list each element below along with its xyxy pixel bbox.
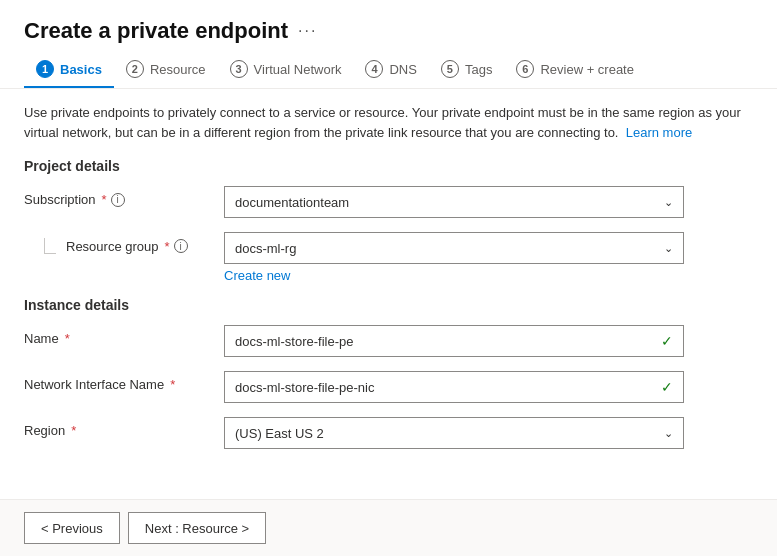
tab-bar: 1 Basics 2 Resource 3 Virtual Network 4 … bbox=[0, 52, 777, 89]
header-ellipsis: ··· bbox=[298, 22, 317, 40]
resource-group-info-icon[interactable]: i bbox=[174, 239, 188, 253]
subscription-info-icon[interactable]: i bbox=[111, 193, 125, 207]
network-interface-input[interactable]: docs-ml-store-file-pe-nic ✓ bbox=[224, 371, 684, 403]
network-interface-check-icon: ✓ bbox=[661, 379, 673, 395]
resource-group-control: docs-ml-rg ⌄ Create new bbox=[224, 232, 684, 283]
region-label-col: Region * bbox=[24, 417, 224, 438]
subscription-dropdown[interactable]: documentationteam ⌄ bbox=[224, 186, 684, 218]
create-new-link[interactable]: Create new bbox=[224, 268, 684, 283]
name-input[interactable]: docs-ml-store-file-pe ✓ bbox=[224, 325, 684, 357]
instance-details-header: Instance details bbox=[24, 297, 753, 313]
region-required: * bbox=[71, 423, 76, 438]
name-label-col: Name * bbox=[24, 325, 224, 346]
tab-tags-label: Tags bbox=[465, 62, 492, 77]
tab-virtual-network-label: Virtual Network bbox=[254, 62, 342, 77]
tab-resource-number: 2 bbox=[126, 60, 144, 78]
name-label: Name bbox=[24, 331, 59, 346]
next-button[interactable]: Next : Resource > bbox=[128, 512, 266, 544]
subscription-label: Subscription bbox=[24, 192, 96, 207]
resource-group-label: Resource group bbox=[66, 239, 159, 254]
resource-group-chevron-icon: ⌄ bbox=[664, 242, 673, 255]
region-dropdown[interactable]: (US) East US 2 ⌄ bbox=[224, 417, 684, 449]
tab-basics-number: 1 bbox=[36, 60, 54, 78]
tab-resource-label: Resource bbox=[150, 62, 206, 77]
resource-group-required: * bbox=[165, 239, 170, 254]
region-label: Region bbox=[24, 423, 65, 438]
region-control: (US) East US 2 ⌄ bbox=[224, 417, 684, 449]
network-interface-value: docs-ml-store-file-pe-nic bbox=[235, 380, 374, 395]
network-interface-required: * bbox=[170, 377, 175, 392]
region-chevron-icon: ⌄ bbox=[664, 427, 673, 440]
network-interface-label: Network Interface Name bbox=[24, 377, 164, 392]
tab-dns-number: 4 bbox=[365, 60, 383, 78]
instance-details-section: Instance details Name * docs-ml-store-fi… bbox=[24, 297, 753, 449]
tab-dns-label: DNS bbox=[389, 62, 416, 77]
region-value: (US) East US 2 bbox=[235, 426, 324, 441]
network-interface-label-col: Network Interface Name * bbox=[24, 371, 224, 392]
tab-tags-number: 5 bbox=[441, 60, 459, 78]
subscription-label-col: Subscription * i bbox=[24, 186, 224, 207]
main-content: Use private endpoints to privately conne… bbox=[0, 89, 777, 499]
name-value: docs-ml-store-file-pe bbox=[235, 334, 353, 349]
network-interface-row: Network Interface Name * docs-ml-store-f… bbox=[24, 371, 753, 403]
resource-group-row: Resource group * i docs-ml-rg ⌄ Create n… bbox=[24, 232, 753, 283]
tab-dns[interactable]: 4 DNS bbox=[353, 52, 428, 88]
subscription-row: Subscription * i documentationteam ⌄ bbox=[24, 186, 753, 218]
tab-review-create[interactable]: 6 Review + create bbox=[504, 52, 646, 88]
tab-virtual-network-number: 3 bbox=[230, 60, 248, 78]
resource-group-dropdown[interactable]: docs-ml-rg ⌄ bbox=[224, 232, 684, 264]
name-row: Name * docs-ml-store-file-pe ✓ bbox=[24, 325, 753, 357]
name-required: * bbox=[65, 331, 70, 346]
project-details-section: Project details Subscription * i documen… bbox=[24, 158, 753, 283]
resource-group-value: docs-ml-rg bbox=[235, 241, 296, 256]
subscription-required: * bbox=[102, 192, 107, 207]
tab-basics[interactable]: 1 Basics bbox=[24, 52, 114, 88]
subscription-control: documentationteam ⌄ bbox=[224, 186, 684, 218]
network-interface-control: docs-ml-store-file-pe-nic ✓ bbox=[224, 371, 684, 403]
region-row: Region * (US) East US 2 ⌄ bbox=[24, 417, 753, 449]
footer: < Previous Next : Resource > bbox=[0, 499, 777, 556]
subscription-value: documentationteam bbox=[235, 195, 349, 210]
name-control: docs-ml-store-file-pe ✓ bbox=[224, 325, 684, 357]
project-details-header: Project details bbox=[24, 158, 753, 174]
tab-resource[interactable]: 2 Resource bbox=[114, 52, 218, 88]
tab-review-create-number: 6 bbox=[516, 60, 534, 78]
info-text: Use private endpoints to privately conne… bbox=[24, 103, 753, 142]
tab-review-create-label: Review + create bbox=[540, 62, 634, 77]
page-title: Create a private endpoint bbox=[24, 18, 288, 44]
subscription-chevron-icon: ⌄ bbox=[664, 196, 673, 209]
tab-virtual-network[interactable]: 3 Virtual Network bbox=[218, 52, 354, 88]
tab-tags[interactable]: 5 Tags bbox=[429, 52, 504, 88]
name-check-icon: ✓ bbox=[661, 333, 673, 349]
tab-basics-label: Basics bbox=[60, 62, 102, 77]
previous-button[interactable]: < Previous bbox=[24, 512, 120, 544]
learn-more-link[interactable]: Learn more bbox=[626, 125, 692, 140]
resource-group-label-col: Resource group * i bbox=[24, 232, 224, 254]
